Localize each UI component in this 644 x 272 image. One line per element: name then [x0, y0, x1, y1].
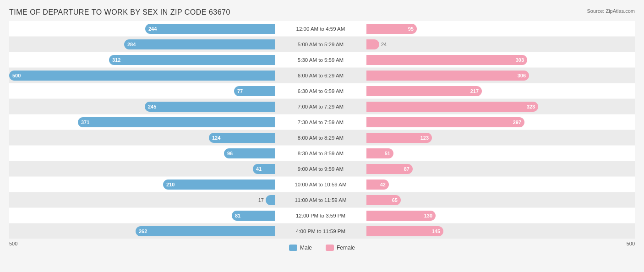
- female-bar-label: 130: [424, 213, 432, 218]
- legend-female: Female: [326, 245, 355, 251]
- time-label: 10:00 AM to 10:59 AM: [275, 182, 366, 187]
- female-bar: 306: [366, 71, 529, 81]
- female-bar: 323: [366, 102, 538, 112]
- male-bar: 312: [109, 55, 275, 65]
- bottom-row: 500 Male Female 500: [9, 241, 635, 251]
- male-bar-label: 262: [139, 228, 147, 234]
- male-bar: 371: [78, 117, 275, 127]
- time-label: 11:00 AM to 11:59 AM: [275, 197, 366, 203]
- male-bar: 245: [145, 102, 275, 112]
- table-row: 1248:00 AM to 8:29 AM123: [9, 130, 635, 145]
- female-bar: 87: [366, 164, 413, 174]
- table-row: 1711:00 AM to 11:59 AM65: [9, 192, 635, 207]
- female-bar: [366, 39, 379, 49]
- female-bar-label: 217: [470, 88, 479, 94]
- legend-male: Male: [289, 245, 312, 251]
- male-bar-label: 500: [12, 73, 21, 78]
- time-label: 7:00 AM to 7:29 AM: [275, 104, 366, 109]
- time-label: 4:00 PM to 11:59 PM: [275, 228, 366, 234]
- male-bar-label: 96: [227, 151, 233, 156]
- male-bar: 41: [253, 164, 275, 174]
- legend-male-box: [289, 245, 297, 251]
- male-bar: 262: [136, 226, 275, 236]
- male-bar-label: 124: [212, 135, 220, 141]
- male-bar-label: 312: [112, 57, 120, 63]
- time-label: 12:00 PM to 3:59 PM: [275, 213, 366, 218]
- table-row: 24412:00 AM to 4:59 AM95: [9, 21, 635, 36]
- female-bar: 303: [366, 55, 527, 65]
- female-bar: 123: [366, 133, 432, 143]
- female-bar: 95: [366, 24, 417, 34]
- female-bar-label: 123: [420, 135, 429, 141]
- female-bar-label: 303: [516, 57, 524, 63]
- female-bar-label: 65: [392, 197, 398, 203]
- female-bar-label-outside: 24: [381, 42, 387, 47]
- table-row: 21010:00 AM to 10:59 AM42: [9, 177, 635, 192]
- table-row: 8112:00 PM to 3:59 PM130: [9, 208, 635, 223]
- time-label: 8:00 AM to 8:29 AM: [275, 135, 366, 141]
- table-row: 419:00 AM to 9:59 AM87: [9, 161, 635, 176]
- male-bar-label: 245: [148, 104, 156, 109]
- male-bar: 81: [232, 211, 275, 221]
- time-label: 12:00 AM to 4:59 AM: [275, 26, 366, 32]
- female-bar-label: 87: [404, 166, 409, 172]
- table-row: 3717:30 AM to 7:59 AM297: [9, 114, 635, 130]
- time-label: 5:00 AM to 5:29 AM: [275, 42, 366, 47]
- female-bar-label: 42: [380, 182, 386, 187]
- table-row: 2624:00 PM to 11:59 PM145: [9, 223, 635, 239]
- female-bar-label: 95: [408, 26, 414, 32]
- female-bar: 217: [366, 86, 482, 96]
- male-bar: 210: [163, 180, 275, 190]
- male-bar-label: 284: [127, 42, 136, 47]
- legend: Male Female: [289, 245, 355, 251]
- male-bar-label-outside: 17: [258, 197, 264, 203]
- title-row: TIME OF DEPARTURE TO WORK BY SEX IN ZIP …: [9, 8, 635, 16]
- chart-container: TIME OF DEPARTURE TO WORK BY SEX IN ZIP …: [0, 0, 644, 272]
- female-bar-label: 297: [513, 120, 521, 125]
- male-bar-label: 244: [148, 26, 157, 32]
- axis-left: 500: [9, 241, 37, 251]
- female-bar: 51: [366, 148, 393, 158]
- female-bar: 130: [366, 211, 436, 221]
- time-label: 5:30 AM to 5:59 AM: [275, 57, 366, 63]
- chart-area: 24412:00 AM to 4:59 AM952845:00 AM to 5:…: [9, 21, 635, 239]
- female-bar-label: 306: [518, 73, 526, 78]
- female-bar: 145: [366, 226, 443, 236]
- male-bar: [266, 195, 275, 205]
- male-bar: 284: [124, 39, 275, 49]
- time-label: 7:30 AM to 7:59 AM: [275, 120, 366, 125]
- female-bar: 65: [366, 195, 401, 205]
- chart-title: TIME OF DEPARTURE TO WORK BY SEX IN ZIP …: [9, 8, 230, 16]
- male-bar: 77: [234, 86, 275, 96]
- table-row: 968:30 AM to 8:59 AM51: [9, 146, 635, 161]
- time-label: 6:00 AM to 6:29 AM: [275, 73, 366, 78]
- female-bar-label: 323: [527, 104, 535, 109]
- male-bar-label: 81: [235, 213, 240, 218]
- male-bar-label: 371: [81, 120, 89, 125]
- legend-female-box: [326, 245, 334, 251]
- table-row: 2457:00 AM to 7:29 AM323: [9, 99, 635, 114]
- table-row: 3125:30 AM to 5:59 AM303: [9, 52, 635, 67]
- time-label: 8:30 AM to 8:59 AM: [275, 151, 366, 156]
- axis-right: 500: [607, 241, 635, 251]
- female-bar-label: 51: [385, 151, 390, 156]
- male-bar: 96: [224, 148, 275, 158]
- female-bar: 297: [366, 117, 524, 127]
- table-row: 776:30 AM to 6:59 AM217: [9, 83, 635, 98]
- time-label: 6:30 AM to 6:59 AM: [275, 88, 366, 94]
- male-bar-label: 210: [166, 182, 175, 187]
- legend-male-label: Male: [300, 245, 312, 251]
- female-bar-label: 145: [432, 228, 440, 234]
- source-text: Source: ZipAtlas.com: [587, 8, 635, 14]
- male-bar-label: 41: [256, 166, 262, 172]
- legend-female-label: Female: [337, 245, 355, 251]
- table-row: 2845:00 AM to 5:29 AM24: [9, 37, 635, 52]
- male-bar: 244: [145, 24, 275, 34]
- male-bar: 124: [209, 133, 275, 143]
- time-label: 9:00 AM to 9:59 AM: [275, 166, 366, 172]
- female-bar: 42: [366, 180, 389, 190]
- table-row: 5006:00 AM to 6:29 AM306: [9, 68, 635, 83]
- male-bar: 500: [9, 71, 275, 81]
- male-bar-label: 77: [237, 88, 243, 94]
